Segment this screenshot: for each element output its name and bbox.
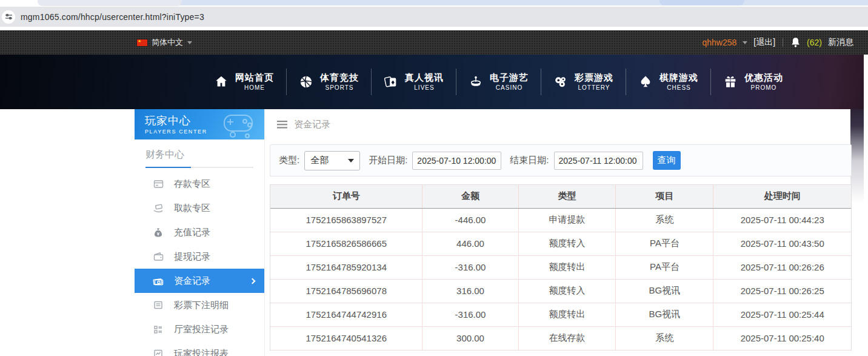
main-nav: 网站首页HOME 体育竞技SPORTS 真人视讯LIVES xyxy=(0,55,864,109)
message-count[interactable]: (62) xyxy=(807,38,822,47)
nav-label-en: LOTTERY xyxy=(578,84,610,92)
withdraw-hand-icon xyxy=(153,203,164,213)
cell-processed-time: 2025-07-11 00:25:44 xyxy=(713,303,851,326)
col-order-number: 订单号 xyxy=(270,185,422,208)
cell-order-number: 1752164785696078 xyxy=(270,279,422,303)
playing-cards-icon xyxy=(384,75,398,89)
sidebar-item-deposit-zone[interactable]: 存款专区 xyxy=(135,172,264,196)
cell-order-number: 1752164740541326 xyxy=(270,326,422,350)
cell-project: BG视讯 xyxy=(616,303,713,326)
end-date-input[interactable] xyxy=(554,152,643,170)
logout-link[interactable]: [退出] xyxy=(753,37,775,48)
caret-down-icon xyxy=(348,159,354,163)
col-type: 类型 xyxy=(518,185,616,208)
divider xyxy=(783,38,783,47)
sidebar-item-label: 提现记录 xyxy=(174,251,210,263)
nav-label-zh: 网站首页 xyxy=(235,72,274,84)
cell-project: 系统 xyxy=(616,326,713,350)
cell-type: 额度转出 xyxy=(518,255,616,279)
nav-label-zh: 彩票游戏 xyxy=(575,72,613,84)
cell-amount: -316.00 xyxy=(422,303,518,326)
nav-label-zh: 体育竞技 xyxy=(320,72,359,84)
sidebar-section-title: 财务中心 xyxy=(135,139,264,161)
site-top-bar: ★ 简体中文 qhhw258 [退出] (62) 新消息 xyxy=(0,30,868,55)
caret-down-icon[interactable] xyxy=(743,41,747,44)
nav-label-zh: 电子游艺 xyxy=(490,72,529,84)
new-messages-link[interactable]: 新消息 xyxy=(828,37,853,48)
list-icon xyxy=(153,324,164,335)
cell-type: 额度转入 xyxy=(518,232,616,255)
gamepad-icon xyxy=(216,113,259,139)
nav-item-casino[interactable]: 电子游艺CASINO xyxy=(456,66,541,98)
cell-amount: 316.00 xyxy=(422,279,518,303)
col-amount: 金额 xyxy=(422,185,518,208)
browser-tab-strip xyxy=(0,0,868,7)
nav-item-lives[interactable]: 真人视讯LIVES xyxy=(372,66,456,98)
table-row: 1752164740541326 300.00 在线存款 系统 2025-07-… xyxy=(270,326,851,350)
site-settings-badge[interactable] xyxy=(2,10,15,24)
cell-type: 申请提款 xyxy=(518,208,616,232)
spade-icon xyxy=(638,75,653,89)
language-label: 简体中文 xyxy=(152,37,183,48)
sidebar-item-player-bet-report[interactable]: 玩家投注报表 xyxy=(135,341,264,356)
url-text[interactable]: mgm1065.com/hhcp/usercenter.html?iniType… xyxy=(21,12,204,22)
nav-label-zh: 优惠活动 xyxy=(744,72,783,84)
browser-tab[interactable] xyxy=(38,0,182,6)
start-date-input[interactable] xyxy=(412,152,501,170)
bell-icon[interactable] xyxy=(790,37,801,48)
cell-project: 系统 xyxy=(616,208,713,232)
report-chart-icon xyxy=(153,348,164,356)
sidebar-item-recharge-records[interactable]: 充值记录 xyxy=(135,220,264,244)
nav-item-promo[interactable]: 优惠活动PROMO xyxy=(711,66,795,98)
background-fade xyxy=(850,109,864,203)
username[interactable]: qhhw258 xyxy=(702,38,736,47)
sidebar-item-label: 资金记录 xyxy=(174,275,210,287)
sidebar-item-label: 彩票下注明细 xyxy=(174,300,229,311)
col-processed-time: 处理时间 xyxy=(713,185,851,208)
chevron-right-icon xyxy=(250,278,256,284)
nav-item-lottery[interactable]: 彩票游戏LOTTERY xyxy=(541,66,626,98)
end-date-label: 结束日期: xyxy=(510,155,549,166)
cell-processed-time: 2025-07-11 00:26:26 xyxy=(713,255,851,279)
table-row: 1752165863897527 -446.00 申请提款 系统 2025-07… xyxy=(270,208,851,232)
cell-processed-time: 2025-07-11 00:26:25 xyxy=(713,279,851,303)
query-button[interactable]: 查询 xyxy=(653,151,681,170)
address-bar[interactable]: mgm1065.com/hhcp/usercenter.html?iniType… xyxy=(0,7,868,27)
china-flag-icon: ★ xyxy=(137,39,147,46)
cell-order-number: 1752164744742916 xyxy=(270,303,422,326)
nav-label-en: CASINO xyxy=(496,84,522,92)
sidebar-item-label: 玩家投注报表 xyxy=(174,348,229,356)
caret-down-icon xyxy=(187,41,192,44)
sidebar-item-funds-records[interactable]: 资金记录 xyxy=(135,269,264,293)
cell-amount: -446.00 xyxy=(422,208,518,232)
nav-label-en: HOME xyxy=(244,84,265,92)
breadcrumb: 资金记录 xyxy=(270,109,852,139)
nav-item-chess[interactable]: 棋牌游戏CHESS xyxy=(626,66,710,98)
basketball-icon xyxy=(299,75,313,89)
browser-tab[interactable] xyxy=(659,0,744,5)
sidebar-item-hall-bet-records[interactable]: 厅室投注记录 xyxy=(135,317,264,341)
hamburger-icon xyxy=(277,121,287,129)
cell-project: BG视讯 xyxy=(616,279,713,303)
cell-processed-time: 2025-07-11 00:25:40 xyxy=(713,326,851,350)
sidebar-item-label: 厅室投注记录 xyxy=(174,324,229,335)
cell-amount: 446.00 xyxy=(422,232,518,255)
sidebar-item-lottery-bet-details[interactable]: 彩票下注明细 xyxy=(135,293,264,317)
sidebar-item-withdrawal-records[interactable]: 提现记录 xyxy=(135,244,264,269)
nav-item-sports[interactable]: 体育竞技SPORTS xyxy=(287,66,371,98)
table-row: 1752164785920134 -316.00 额度转出 PA平台 2025-… xyxy=(270,255,851,279)
nav-item-home[interactable]: 网站首页HOME xyxy=(202,66,286,98)
type-select-value: 全部 xyxy=(310,155,329,166)
sidebar-item-label: 存款专区 xyxy=(174,178,210,190)
nav-label-en: SPORTS xyxy=(326,84,354,92)
sidebar-item-label: 取款专区 xyxy=(174,203,210,214)
sidebar: 玩家中心 PLAYERS CENTER 财务中心 存款专区 xyxy=(135,109,265,356)
type-select[interactable]: 全部 xyxy=(304,151,360,170)
cell-project: PA平台 xyxy=(616,255,713,279)
sidebar-section-divider xyxy=(145,167,253,168)
table-header-row: 订单号 金额 类型 项目 处理时间 xyxy=(270,185,851,208)
table-row: 1752165826586665 446.00 额度转入 PA平台 2025-0… xyxy=(270,232,851,255)
language-selector[interactable]: ★ 简体中文 xyxy=(137,37,192,48)
sidebar-item-withdraw-zone[interactable]: 取款专区 xyxy=(135,196,264,220)
wallet-icon xyxy=(153,251,164,262)
